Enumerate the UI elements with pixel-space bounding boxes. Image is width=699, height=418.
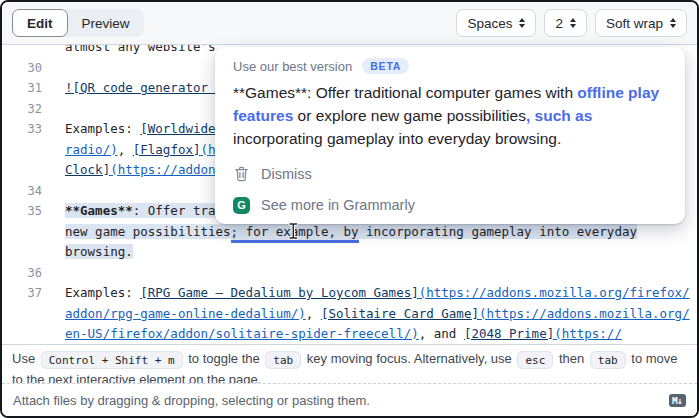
code-segment: Examples: bbox=[65, 285, 140, 300]
code-segment: , bbox=[118, 142, 133, 157]
popup-header-label: Use our best version bbox=[233, 59, 352, 74]
code-segment: radio/) bbox=[65, 142, 118, 157]
code-segment: [Flagfox] bbox=[133, 142, 201, 157]
code-segment: (https://addon bbox=[110, 162, 215, 177]
tab-preview[interactable]: Preview bbox=[68, 9, 144, 37]
text-cursor-icon bbox=[288, 222, 299, 240]
beta-badge: BETA bbox=[362, 58, 409, 74]
kbd-chip: tab bbox=[590, 351, 626, 369]
code-segment: [Solitaire Card Game] bbox=[321, 306, 479, 321]
code-line: en-US/firefox/addon/solitaire-spider-fre… bbox=[42, 324, 622, 345]
suggestion-segment: or explore new game possibilities bbox=[293, 107, 526, 124]
code-segment: ![QR code generator bbox=[65, 80, 216, 95]
code-line: Examples: [RPG Game – Dedalium by Loycom… bbox=[42, 283, 690, 304]
code-segment: [Worldwide bbox=[140, 121, 215, 136]
trash-icon bbox=[233, 166, 250, 182]
hint-text: to toggle the bbox=[185, 351, 264, 366]
suggested-text: **Games**: Offer traditional computer ga… bbox=[233, 81, 667, 150]
line-number bbox=[2, 304, 42, 325]
line-number bbox=[2, 242, 42, 263]
code-row: 36 bbox=[2, 263, 697, 284]
code-line: ![QR code generator bbox=[42, 78, 216, 99]
code-segment: (https:// bbox=[554, 326, 622, 341]
dismiss-button[interactable]: Dismiss bbox=[233, 163, 667, 185]
line-number: 35 bbox=[2, 201, 42, 222]
code-segment: , and bbox=[419, 326, 464, 341]
suggestion-segment: incorporating gameplay into everyday bro… bbox=[233, 130, 561, 147]
code-segment: (h bbox=[200, 142, 215, 157]
code-line: Clock](https://addon bbox=[42, 160, 216, 181]
up-down-arrows-icon bbox=[519, 18, 525, 28]
code-segment: Examples: bbox=[65, 121, 140, 136]
code-line: new game possibilities; for example, by … bbox=[42, 222, 637, 243]
see-more-in-grammarly-button[interactable]: G See more in Grammarly bbox=[233, 194, 667, 216]
line-number: 32 bbox=[2, 99, 42, 120]
grammarly-g-icon: G bbox=[233, 197, 250, 214]
line-number: 37 bbox=[2, 283, 42, 304]
code-row: en-US/firefox/addon/solitaire-spider-fre… bbox=[2, 324, 697, 345]
line-number bbox=[2, 222, 42, 243]
code-segment: [2048 Prime] bbox=[464, 326, 554, 341]
editor-toolbar: Edit Preview Spaces 2 Soft wrap bbox=[2, 2, 697, 45]
hint-text: key moving focus. Alternatively, use bbox=[303, 351, 515, 366]
line-number bbox=[2, 160, 42, 181]
code-line: addon/rpg-game-online-dedalium/), [Solit… bbox=[42, 304, 690, 325]
edit-preview-tabs: Edit Preview bbox=[12, 9, 144, 37]
attach-files-label: Attach files by dragging & dropping, sel… bbox=[13, 393, 370, 408]
popup-header: Use our best version BETA bbox=[233, 58, 667, 74]
code-segment: (https://addons.mozilla.org/firefox/ bbox=[419, 285, 690, 300]
attach-files-bar[interactable]: Attach files by dragging & dropping, sel… bbox=[2, 383, 697, 416]
code-row: new game possibilities; for example, by … bbox=[2, 222, 697, 243]
code-line bbox=[42, 181, 65, 202]
markdown-icon: M↓ bbox=[669, 394, 686, 407]
code-row: browsing. bbox=[2, 242, 697, 263]
code-segment: en-US/firefox/addon/solitaire-spider-fre… bbox=[65, 326, 419, 341]
code-segment: , bbox=[306, 306, 321, 321]
code-segment: addon/rpg-game-online-dedalium/) bbox=[65, 306, 306, 321]
keyboard-hint-bar: Use Control + Shift + m to toggle the ta… bbox=[2, 344, 697, 383]
indent-size-select[interactable]: 2 bbox=[544, 9, 587, 37]
up-down-arrows-icon bbox=[670, 18, 676, 28]
markdown-editor-window: Edit Preview Spaces 2 Soft wrap almost a… bbox=[0, 0, 699, 418]
kbd-chip: esc bbox=[517, 351, 553, 369]
dismiss-label: Dismiss bbox=[261, 166, 312, 182]
line-number: 30 bbox=[2, 58, 42, 79]
wrap-mode-select[interactable]: Soft wrap bbox=[595, 9, 687, 37]
code-segment: incorporating gameplay into everyday bbox=[359, 224, 637, 239]
code-line bbox=[42, 99, 65, 120]
line-number: 34 bbox=[2, 181, 42, 202]
kbd-chip: Control + Shift + m bbox=[41, 351, 183, 369]
line-number: 36 bbox=[2, 263, 42, 284]
code-line: browsing. bbox=[42, 242, 133, 263]
code-line: Examples: [Worldwide bbox=[42, 119, 216, 140]
grammarly-suggestion-popup: Use our best version BETA **Games**: Off… bbox=[215, 47, 685, 224]
code-line bbox=[42, 263, 65, 284]
code-line bbox=[42, 58, 65, 79]
suggestion-segment: , such as bbox=[526, 107, 592, 124]
code-segment: new game possibilities bbox=[65, 224, 231, 239]
code-segment: [RPG Game – Dedalium by Loycom Games] bbox=[140, 285, 418, 300]
suggestion-segment: **Games**: Offer traditional computer ga… bbox=[233, 84, 577, 101]
code-segment: browsing. bbox=[65, 244, 133, 259]
up-down-arrows-icon bbox=[570, 18, 576, 28]
kbd-chip: tab bbox=[265, 351, 301, 369]
indent-mode-select[interactable]: Spaces bbox=[456, 9, 536, 37]
line-number bbox=[2, 140, 42, 161]
line-number: 31 bbox=[2, 78, 42, 99]
code-line: radio/), [Flagfox](h bbox=[42, 140, 216, 161]
hint-text: Use bbox=[12, 351, 39, 366]
code-row: addon/rpg-game-online-dedalium/), [Solit… bbox=[2, 304, 697, 325]
code-segment: (https://addons.mozilla.org/ bbox=[479, 306, 690, 321]
code-segment: Clock] bbox=[65, 162, 110, 177]
hint-text: then bbox=[555, 351, 588, 366]
code-row: 37Examples: [RPG Game – Dedalium by Loyc… bbox=[2, 283, 697, 304]
code-segment: : Offer tra bbox=[133, 203, 216, 218]
code-line: **Games**: Offer tra bbox=[42, 201, 216, 222]
indent-size-value: 2 bbox=[555, 16, 563, 31]
indent-mode-value: Spaces bbox=[467, 16, 512, 31]
wrap-mode-value: Soft wrap bbox=[606, 16, 663, 31]
line-number: 33 bbox=[2, 119, 42, 140]
code-segment: **Games** bbox=[65, 203, 133, 218]
line-number bbox=[2, 324, 42, 345]
tab-edit[interactable]: Edit bbox=[12, 9, 68, 37]
